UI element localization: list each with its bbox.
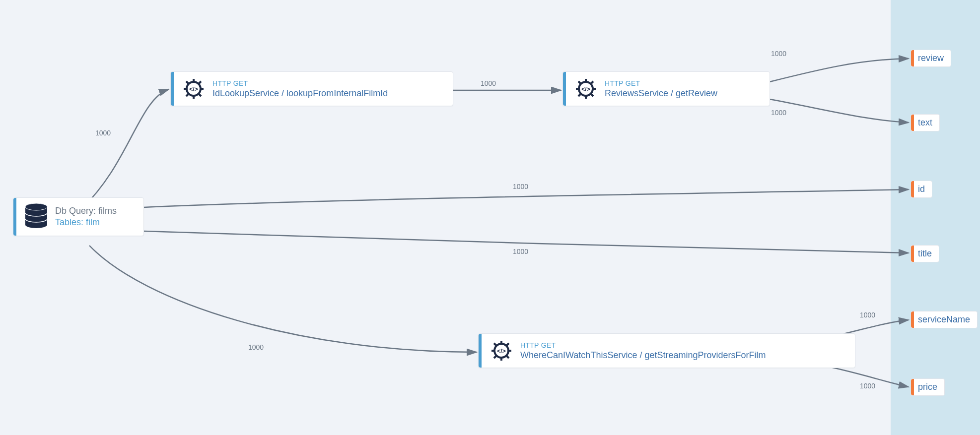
- output-accent: [911, 50, 914, 66]
- node-accent: [171, 72, 174, 106]
- gear-code-icon: </>: [487, 339, 516, 363]
- edge-label: 1000: [95, 129, 111, 137]
- output-label: serviceName: [918, 314, 970, 324]
- node-reviews-service[interactable]: </> HTTP GET ReviewsService / getReview: [562, 71, 770, 106]
- gear-code-icon: </>: [571, 77, 601, 101]
- output-label: text: [918, 118, 932, 127]
- node-streaming-service[interactable]: </> HTTP GET WhereCanIWatchThisService /…: [478, 333, 855, 368]
- node-label: IdLookupService / lookupFromInternalFilm…: [212, 88, 388, 99]
- node-title: Db Query: films: [55, 206, 117, 216]
- output-tag-review[interactable]: review: [910, 50, 951, 67]
- edge-label: 1000: [248, 343, 264, 351]
- svg-text:</>: </>: [581, 86, 590, 93]
- node-method: HTTP GET: [212, 79, 388, 87]
- edge-label: 1000: [771, 109, 786, 117]
- edge-label: 1000: [481, 79, 496, 87]
- output-label: id: [918, 184, 925, 194]
- output-accent: [911, 115, 914, 131]
- output-accent: [911, 246, 914, 262]
- edge-label: 1000: [771, 50, 786, 58]
- node-accent: [13, 198, 16, 236]
- output-accent: [911, 181, 914, 197]
- node-accent: [563, 72, 566, 106]
- output-tag-text[interactable]: text: [910, 114, 940, 131]
- node-label: ReviewsService / getReview: [605, 88, 717, 99]
- node-method: HTTP GET: [520, 341, 766, 349]
- svg-text:</>: </>: [497, 348, 505, 355]
- output-tag-price[interactable]: price: [910, 378, 945, 396]
- output-accent: [911, 379, 914, 395]
- node-id-lookup-service[interactable]: </> HTTP GET IdLookupService / lookupFro…: [170, 71, 453, 106]
- node-subtitle: Tables: film: [55, 217, 117, 228]
- edges-layer: [0, 0, 980, 435]
- edge-label: 1000: [860, 382, 875, 390]
- node-db-query-films[interactable]: Db Query: films Tables: film: [13, 197, 144, 236]
- node-label: WhereCanIWatchThisService / getStreaming…: [520, 350, 766, 361]
- edge-label: 1000: [513, 183, 528, 190]
- output-accent: [911, 311, 914, 328]
- output-tag-serviceName[interactable]: serviceName: [910, 311, 978, 328]
- output-label: review: [918, 53, 944, 63]
- gear-code-icon: </>: [179, 77, 209, 101]
- svg-text:</>: </>: [189, 86, 198, 93]
- output-label: title: [918, 249, 932, 258]
- edge-label: 1000: [513, 248, 528, 255]
- node-accent: [479, 334, 482, 368]
- output-tag-title[interactable]: title: [910, 245, 939, 262]
- database-icon: [21, 203, 51, 231]
- edge-label: 1000: [860, 311, 875, 319]
- output-label: price: [918, 382, 937, 392]
- output-tag-id[interactable]: id: [910, 181, 932, 198]
- node-method: HTTP GET: [605, 79, 717, 87]
